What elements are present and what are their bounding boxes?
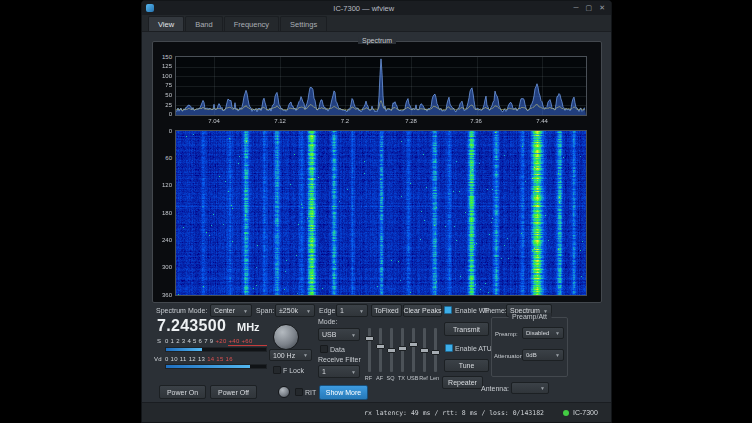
enable-wf-checkbox[interactable] xyxy=(444,306,452,314)
spectrum-x-tick: 7.04 xyxy=(203,118,225,124)
clear-peaks-button[interactable]: Clear Peaks xyxy=(403,304,442,317)
usb-slider[interactable] xyxy=(412,328,415,372)
attenuator-label: Attenuator: xyxy=(494,353,523,359)
receive-filter-label: Receive Filter xyxy=(318,356,361,363)
spectrum-y-tick: 25 xyxy=(150,102,172,108)
tab-frequency[interactable]: Frequency xyxy=(224,16,279,31)
tx-slider[interactable] xyxy=(401,328,404,372)
waterfall-plot[interactable] xyxy=(175,130,587,296)
wfview-window: IC-7300 — wfview ─ ▢ ✕ View Band Frequen… xyxy=(141,0,612,423)
show-more-button[interactable]: Show More xyxy=(319,385,368,400)
chevron-down-icon: ▼ xyxy=(555,330,560,336)
ref-slider-label: Ref xyxy=(418,375,429,381)
app-icon xyxy=(146,4,154,12)
data-mode-checkbox[interactable] xyxy=(320,345,328,353)
tab-settings[interactable]: Settings xyxy=(280,16,327,31)
enable-atu-label: Enable ATU xyxy=(455,345,492,352)
slider-handle[interactable] xyxy=(376,344,385,349)
preamp-att-group: Preamp/Att xyxy=(491,317,568,377)
spectrum-mode-select[interactable]: Center▼ xyxy=(210,304,252,317)
len-slider-label: Len xyxy=(429,375,440,381)
window-title: IC-7300 — wfview xyxy=(154,4,574,13)
af-slider[interactable] xyxy=(379,328,382,372)
slider-handle[interactable] xyxy=(409,342,418,347)
receive-filter-select[interactable]: 1▼ xyxy=(318,365,360,378)
tuning-knob[interactable] xyxy=(273,324,299,350)
rit-checkbox[interactable] xyxy=(295,388,303,396)
titlebar[interactable]: IC-7300 — wfview ─ ▢ ✕ xyxy=(142,1,611,15)
mode-select[interactable]: USB▼ xyxy=(318,328,360,341)
vd-meter-scale: 0 10 11 12 13 14 15 16 xyxy=(165,356,233,362)
s-meter xyxy=(165,347,267,352)
spectrum-x-tick: 7.36 xyxy=(465,118,487,124)
slider-handle[interactable] xyxy=(420,348,429,353)
f-lock-label: F Lock xyxy=(283,367,304,374)
chevron-down-icon: ▼ xyxy=(540,385,545,391)
spectrum-y-tick: 125 xyxy=(150,63,172,69)
attenuator-select[interactable]: 0dB▼ xyxy=(522,349,564,361)
s-meter-fill xyxy=(166,348,202,351)
slider-handle[interactable] xyxy=(387,348,396,353)
edge-select[interactable]: 1▼ xyxy=(336,304,368,317)
f-lock-checkbox[interactable] xyxy=(273,366,281,374)
preamp-select[interactable]: Disabled▼ xyxy=(522,327,564,339)
to-fixed-button[interactable]: ToFixed xyxy=(371,304,402,317)
rit-label: RIT xyxy=(305,389,316,396)
len-slider[interactable] xyxy=(434,328,437,372)
chevron-down-icon: ▼ xyxy=(303,352,308,358)
waterfall-y-tick: 180 xyxy=(150,210,172,216)
tab-band[interactable]: Band xyxy=(185,16,223,31)
slider-handle[interactable] xyxy=(398,346,407,351)
chevron-down-icon: ▼ xyxy=(555,352,560,358)
maximize-icon[interactable]: ▢ xyxy=(586,1,593,15)
spectrum-plot[interactable] xyxy=(175,56,587,116)
spectrum-x-tick: 7.12 xyxy=(269,118,291,124)
ref-slider[interactable] xyxy=(423,328,426,372)
theme-label: Theme: xyxy=(483,307,507,314)
tone-select[interactable]: 100 Hz▼ xyxy=(269,349,312,361)
span-label: Span: xyxy=(256,307,274,314)
tx-slider-label: TX xyxy=(396,375,407,381)
preamp-att-group-title: Preamp/Att xyxy=(508,313,551,320)
latency-status: rx latency: 49 ms / rtt: 8 ms / loss: 0/… xyxy=(364,409,544,417)
desktop-background: IC-7300 — wfview ─ ▢ ✕ View Band Frequen… xyxy=(0,0,752,423)
repeater-button[interactable]: Repeater xyxy=(442,376,483,389)
waterfall-y-tick: 0 xyxy=(150,128,172,134)
antenna-select[interactable]: ▼ xyxy=(511,382,549,394)
chevron-down-icon: ▼ xyxy=(243,308,248,314)
spectrum-y-tick: 50 xyxy=(150,92,172,98)
minimize-icon[interactable]: ─ xyxy=(574,1,579,15)
frequency-readout[interactable]: 7.243500 xyxy=(157,317,226,335)
sq-slider-label: SQ xyxy=(385,375,396,381)
spectrum-mode-label: Spectrum Mode: xyxy=(156,307,207,314)
rit-knob[interactable] xyxy=(278,386,290,398)
rf-slider[interactable] xyxy=(368,328,371,372)
window-controls: ─ ▢ ✕ xyxy=(574,1,605,15)
tab-view[interactable]: View xyxy=(148,16,184,31)
enable-atu-checkbox[interactable] xyxy=(445,344,453,352)
power-on-button[interactable]: Power On xyxy=(159,385,206,399)
power-off-button[interactable]: Power Off xyxy=(210,385,257,399)
preamp-label: Preamp: xyxy=(495,331,518,337)
s-meter-redzone xyxy=(228,345,267,346)
spectrum-y-tick: 75 xyxy=(150,82,172,88)
sq-slider[interactable] xyxy=(390,328,393,372)
s-meter-label: S xyxy=(157,338,161,344)
chevron-down-icon: ▼ xyxy=(351,332,356,338)
spectrum-x-tick: 7.2 xyxy=(334,118,356,124)
waterfall-y-tick: 300 xyxy=(150,264,172,270)
close-icon[interactable]: ✕ xyxy=(599,1,605,15)
slider-handle[interactable] xyxy=(365,336,374,341)
span-select[interactable]: ±250k▼ xyxy=(275,304,315,317)
rf-slider-label: RF xyxy=(363,375,374,381)
statusbar: rx latency: 49 ms / rtt: 8 ms / loss: 0/… xyxy=(142,402,611,422)
data-mode-label: Data xyxy=(330,346,345,353)
slider-handle[interactable] xyxy=(431,350,440,355)
spectrum-y-tick: 0 xyxy=(150,111,172,117)
chevron-down-icon: ▼ xyxy=(351,369,356,375)
af-slider-label: AF xyxy=(374,375,385,381)
waterfall-y-tick: 120 xyxy=(150,182,172,188)
vd-meter-label: Vd xyxy=(154,356,162,362)
tune-button[interactable]: Tune xyxy=(444,359,489,372)
transmit-button[interactable]: Transmit xyxy=(444,322,489,336)
